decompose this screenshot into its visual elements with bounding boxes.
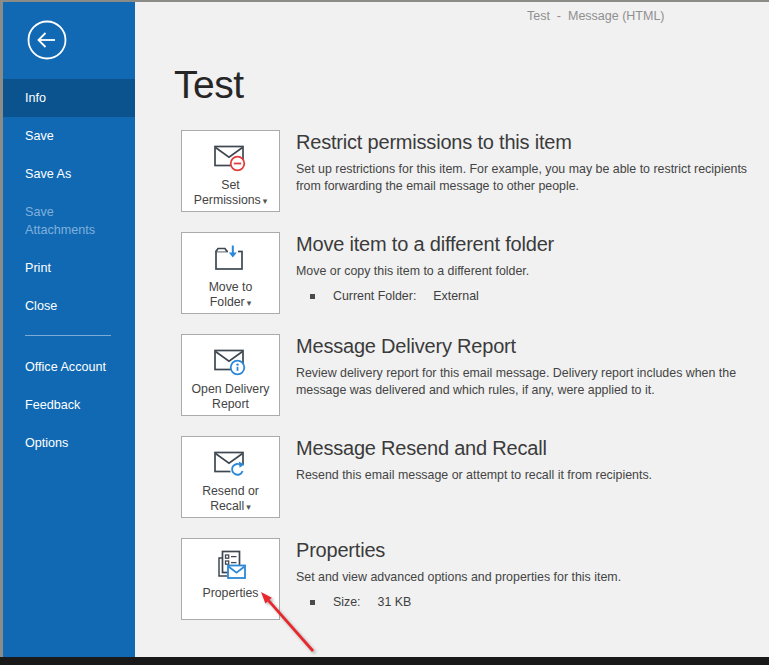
button-label-text: Open Delivery Report [192, 382, 270, 411]
button-label-text: Set Permissions [194, 178, 261, 207]
bullet-square [310, 600, 315, 605]
section-move-item-to-a-different-folder: Move to Folder▾Move item to a different … [181, 232, 761, 314]
properties-button[interactable]: Properties [181, 538, 280, 620]
window-border-left [0, 0, 3, 657]
button-label: Move to Folder▾ [190, 280, 272, 311]
folder-move-icon [213, 242, 249, 276]
nav-divider [25, 335, 111, 336]
nav-item-info[interactable]: Info [3, 79, 135, 117]
bullet-row-current-folder: Current Folder:External [296, 289, 554, 303]
nav-item-save-as[interactable]: Save As [3, 155, 135, 193]
bullet-value: 31 KB [378, 595, 412, 609]
section-restrict-permissions-to-this-item: Set Permissions▾Restrict permissions to … [181, 130, 761, 212]
bullet-label: Current Folder: [333, 289, 416, 303]
mail-info-icon [213, 344, 249, 378]
resend-or-recall-button[interactable]: Resend or Recall▾ [181, 436, 280, 518]
nav-item-options[interactable]: Options [3, 424, 135, 462]
section-description: Resend this email message or attempt to … [296, 467, 652, 484]
dropdown-caret-icon: ▾ [247, 298, 252, 308]
move-to-folder-button[interactable]: Move to Folder▾ [181, 232, 280, 314]
back-button[interactable] [24, 17, 70, 63]
nav-item-feedback[interactable]: Feedback [3, 386, 135, 424]
properties-icon [213, 548, 249, 582]
button-label: Resend or Recall▾ [190, 484, 272, 515]
section-text: Restrict permissions to this itemSet up … [296, 130, 761, 212]
section-properties: PropertiesPropertiesSet and view advance… [181, 538, 761, 620]
button-label: Properties [202, 586, 258, 601]
dropdown-caret-icon: ▾ [246, 502, 251, 512]
section-heading: Message Delivery Report [296, 335, 761, 358]
mail-recall-icon [213, 446, 249, 480]
bullet-value: External [433, 289, 478, 303]
button-label: Open Delivery Report [190, 382, 272, 412]
page-title: Test [174, 63, 244, 107]
set-permissions-button[interactable]: Set Permissions▾ [181, 130, 280, 212]
mail-restrict-icon [213, 140, 249, 174]
section-text: Move item to a different folderMove or c… [296, 232, 554, 314]
section-description: Move or copy this item to a different fo… [296, 263, 554, 280]
section-description: Set up restrictions for this item. For e… [296, 161, 761, 195]
bullet-row-size: Size:31 KB [296, 595, 621, 609]
section-message-delivery-report: Open Delivery ReportMessage Delivery Rep… [181, 334, 761, 416]
section-text: Message Delivery ReportReview delivery r… [296, 334, 761, 416]
sections: Set Permissions▾Restrict permissions to … [181, 130, 761, 640]
section-heading: Move item to a different folder [296, 233, 554, 256]
window-title: Test - Message (HTML) [527, 9, 665, 23]
backstage-nav: InfoSaveSave AsSave AttachmentsPrintClos… [3, 79, 135, 462]
button-label-text: Properties [202, 586, 258, 600]
section-text: Message Resend and RecallResend this ema… [296, 436, 652, 518]
back-arrow-icon [24, 17, 70, 63]
section-description: Set and view advanced options and proper… [296, 569, 621, 586]
window-bottom-edge [0, 657, 769, 665]
section-description: Review delivery report for this email me… [296, 365, 761, 399]
nav-item-save[interactable]: Save [3, 117, 135, 155]
nav-item-save-attachments: Save Attachments [3, 193, 135, 249]
nav-item-close[interactable]: Close [3, 287, 135, 325]
window-border-top [0, 0, 769, 2]
button-label-text: Move to Folder [209, 280, 253, 309]
nav-item-print[interactable]: Print [3, 249, 135, 287]
open-delivery-report-button[interactable]: Open Delivery Report [181, 334, 280, 416]
section-text: PropertiesSet and view advanced options … [296, 538, 621, 620]
dropdown-caret-icon: ▾ [263, 196, 268, 206]
section-heading: Message Resend and Recall [296, 437, 652, 460]
outlook-backstage-window: Test - Message (HTML) InfoSaveSave AsSav… [0, 0, 769, 665]
backstage-sidebar: InfoSaveSave AsSave AttachmentsPrintClos… [3, 2, 135, 657]
section-heading: Properties [296, 539, 621, 562]
bullet-square [310, 294, 315, 299]
bullet-label: Size: [333, 595, 361, 609]
nav-item-office-account[interactable]: Office Account [3, 348, 135, 386]
section-message-resend-and-recall: Resend or Recall▾Message Resend and Reca… [181, 436, 761, 518]
button-label: Set Permissions▾ [190, 178, 272, 209]
section-heading: Restrict permissions to this item [296, 131, 761, 154]
